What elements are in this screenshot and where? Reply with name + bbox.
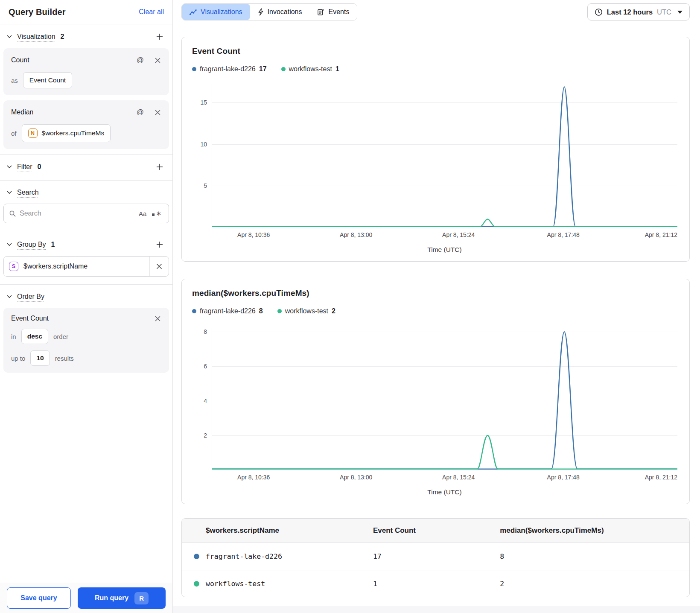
- clear-all-button[interactable]: Clear all: [139, 8, 164, 16]
- x-axis-tick: Apr 8, 21:12: [645, 231, 677, 238]
- series-dot-icon: [194, 554, 199, 559]
- series-dot-icon: [277, 309, 282, 313]
- event-count-cell: 17: [370, 552, 496, 560]
- chart-legend: fragrant-lake-d226 17 workflows-test 1: [192, 65, 679, 73]
- time-range-value: Last 12 hours: [607, 8, 653, 16]
- tab-visualizations[interactable]: Visualizations: [182, 4, 250, 20]
- script-name-cell: fragrant-lake-d226: [206, 552, 282, 560]
- order-by-field: Event Count: [11, 315, 49, 322]
- series-line-fragrant-lake: [212, 87, 677, 226]
- group-by-field[interactable]: S $workers.scriptName: [3, 256, 169, 277]
- remove-group-by-icon[interactable]: [150, 263, 169, 269]
- y-axis-tick: 10: [200, 141, 207, 148]
- x-axis-tick: Apr 8, 15:24: [442, 231, 475, 238]
- results-panel: Visualizations Invocations Events: [173, 0, 700, 613]
- filter-section-label: Filter: [17, 163, 32, 171]
- time-range-selector[interactable]: Last 12 hours UTC: [587, 3, 690, 20]
- x-axis-tick: Apr 8, 17:48: [547, 231, 580, 238]
- visualization-card-median: Median @ of N $workers.cpuTimeMs: [3, 100, 169, 149]
- save-query-button[interactable]: Save query: [7, 587, 71, 609]
- chevron-down-icon[interactable]: [6, 34, 13, 39]
- lightning-icon: [258, 8, 264, 16]
- string-type-icon: S: [9, 262, 18, 271]
- visualization-count: 2: [61, 33, 64, 41]
- remove-visualization-icon[interactable]: [154, 57, 161, 64]
- result-limit-field[interactable]: 10: [30, 350, 50, 366]
- legend-item[interactable]: workflows-test 1: [281, 65, 339, 73]
- y-axis-tick: 2: [204, 432, 207, 439]
- median-cell: 2: [496, 580, 689, 588]
- group-by-field-value: $workers.scriptName: [23, 263, 88, 270]
- regex-toggle[interactable]: ∗: [152, 210, 163, 217]
- order-by-section-label: Order By: [17, 293, 44, 301]
- y-axis-tick: 4: [204, 397, 207, 404]
- y-axis-tick: 5: [204, 182, 207, 189]
- query-builder-header: Query Builder Clear all: [0, 0, 172, 24]
- run-query-label: Run query: [95, 594, 128, 602]
- search-input[interactable]: [20, 210, 133, 217]
- y-axis-tick: 8: [204, 328, 207, 335]
- x-axis: Apr 8, 10:36 Apr 8, 13:00 Apr 8, 15:24 A…: [212, 474, 677, 482]
- remove-visualization-icon[interactable]: [154, 109, 161, 116]
- sort-direction-selector[interactable]: desc: [21, 329, 48, 344]
- mention-at-icon[interactable]: @: [136, 107, 145, 117]
- run-query-button[interactable]: Run query R: [78, 587, 166, 609]
- chevron-down-icon[interactable]: [6, 190, 13, 195]
- as-label: as: [11, 77, 18, 84]
- event-count-cell: 1: [370, 580, 496, 588]
- median-cell: 8: [496, 552, 689, 560]
- add-filter-button[interactable]: [155, 163, 164, 171]
- event-count-chart-card: Event Count fragrant-lake-d226 17 workfl…: [181, 37, 690, 262]
- up-to-label: up to: [11, 355, 25, 362]
- search-icon: [9, 210, 16, 217]
- results-topbar: Visualizations Invocations Events: [181, 3, 690, 20]
- remove-order-by-icon[interactable]: [154, 315, 161, 322]
- visualization-name: Median: [11, 108, 33, 116]
- visualization-section-header: Visualization 2: [0, 24, 172, 47]
- legend-item[interactable]: workflows-test 2: [277, 307, 335, 315]
- add-group-by-button[interactable]: [155, 240, 164, 249]
- x-axis: Apr 8, 10:36 Apr 8, 13:00 Apr 8, 15:24 A…: [212, 231, 677, 240]
- series-dot-icon: [194, 581, 199, 587]
- chart-title: Event Count: [192, 47, 679, 56]
- chevron-down-icon[interactable]: [6, 242, 13, 247]
- series-dot-icon: [192, 67, 196, 71]
- median-field-value: $workers.cpuTimeMs: [42, 129, 105, 137]
- column-header-script-name: $workers.scriptName: [182, 526, 370, 535]
- group-by-count: 1: [51, 241, 55, 248]
- clock-icon: [595, 8, 603, 16]
- legend-item[interactable]: fragrant-lake-d226 8: [192, 307, 263, 315]
- match-case-toggle[interactable]: Aa: [137, 210, 149, 217]
- median-field-selector[interactable]: N $workers.cpuTimeMs: [22, 124, 111, 142]
- order-by-card: Event Count in desc order up to 10 resul…: [3, 308, 169, 373]
- results-tab-group: Visualizations Invocations Events: [181, 3, 357, 20]
- line-chart-icon: [190, 9, 197, 15]
- script-name-cell: workflows-test: [206, 580, 265, 588]
- visualization-alias-field[interactable]: Event Count: [23, 72, 72, 88]
- tab-invocations[interactable]: Invocations: [250, 4, 310, 20]
- of-label: of: [11, 130, 17, 137]
- median-cpu-plot-area: 8 6 4 2: [212, 327, 677, 470]
- event-count-plot-area: 15 10 5: [212, 85, 677, 228]
- chevron-down-icon[interactable]: [6, 164, 13, 169]
- series-line-workflows-test: [212, 219, 677, 227]
- x-axis-tick: Apr 8, 15:24: [442, 474, 475, 481]
- order-label: order: [53, 333, 68, 340]
- in-label: in: [11, 333, 16, 340]
- chart-title: median($workers.cpuTimeMs): [192, 289, 679, 298]
- run-shortcut-badge: R: [134, 592, 149, 604]
- x-axis-title: Time (UTC): [212, 246, 677, 254]
- series-dot-icon: [192, 309, 196, 313]
- number-type-icon: N: [28, 128, 38, 138]
- tab-events[interactable]: Events: [309, 4, 357, 20]
- table-row[interactable]: workflows-test 1 2: [182, 570, 689, 597]
- query-builder-panel: Query Builder Clear all Visualization 2 …: [0, 0, 173, 613]
- add-visualization-button[interactable]: [155, 32, 164, 41]
- legend-item[interactable]: fragrant-lake-d226 17: [192, 65, 267, 73]
- y-axis-tick: 15: [200, 99, 207, 106]
- chart-legend: fragrant-lake-d226 8 workflows-test 2: [192, 307, 679, 315]
- table-row[interactable]: fragrant-lake-d226 17 8: [182, 543, 689, 570]
- mention-at-icon[interactable]: @: [136, 55, 145, 65]
- chevron-down-icon[interactable]: [6, 294, 13, 299]
- x-axis-title: Time (UTC): [212, 488, 677, 496]
